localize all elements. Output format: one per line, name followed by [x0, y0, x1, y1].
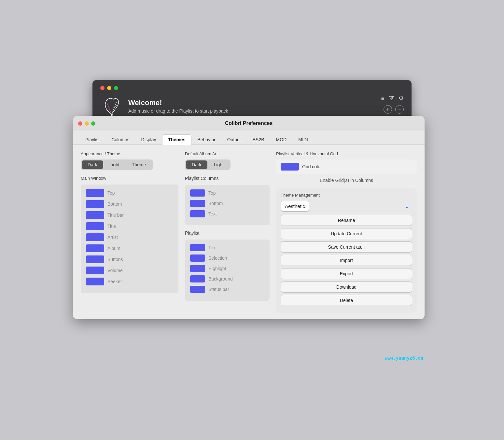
pl-col-label-bottom: Bottom	[208, 201, 223, 206]
color-swatch-buttons[interactable]	[86, 255, 104, 263]
update-current-button[interactable]: Update Current	[281, 228, 412, 239]
player-tl-green[interactable]	[114, 86, 118, 90]
player-left: Welcome! Add music or drag to the Playli…	[100, 95, 228, 117]
download-button[interactable]: Download	[281, 282, 412, 293]
player-title: Welcome!	[128, 99, 228, 107]
color-row-title: Title	[86, 222, 173, 230]
grid-color-row: Grid color	[276, 159, 417, 174]
appearance-theme-button[interactable]: Theme	[126, 160, 152, 169]
preferences-tabs: Playlist Columns Display Themes Behavior…	[73, 131, 425, 145]
prefs-tl-red[interactable]	[78, 121, 82, 126]
chevron-down-icon: ⌄	[405, 203, 410, 210]
pl-row-background: Background	[190, 275, 264, 282]
app-logo	[100, 95, 123, 117]
theme-mgmt-title: Theme Management	[281, 193, 412, 198]
player-traffic-lights	[100, 86, 404, 90]
prefs-tl-green[interactable]	[91, 121, 95, 126]
color-swatch-album[interactable]	[86, 244, 104, 252]
color-swatch-top[interactable]	[86, 189, 104, 197]
tab-mod[interactable]: MOD	[270, 135, 293, 144]
tab-bs2b[interactable]: BS2B	[247, 135, 270, 144]
player-tl-red[interactable]	[100, 86, 105, 90]
color-swatch-artist[interactable]	[86, 233, 104, 241]
tab-themes[interactable]: Themes	[162, 134, 192, 145]
pl-swatch-background[interactable]	[190, 275, 205, 282]
player-plus-minus: + −	[384, 105, 404, 114]
save-current-as-button[interactable]: Save Current as...	[281, 241, 412, 253]
player-tl-yellow[interactable]	[107, 86, 111, 90]
zoom-in-button[interactable]: +	[384, 105, 392, 114]
pl-col-swatch-bottom[interactable]	[190, 200, 205, 207]
pl-col-label-text: Text	[208, 211, 217, 216]
pl-swatch-statusbar[interactable]	[190, 286, 205, 293]
color-swatch-bottom[interactable]	[86, 200, 104, 208]
theme-management-column: Playlist Vertical & Horizontal Grid Grid…	[276, 151, 417, 313]
appearance-light-button[interactable]: Light	[104, 160, 125, 169]
tab-behavior[interactable]: Behavior	[191, 135, 221, 144]
color-label-volume: Volume	[107, 268, 123, 273]
menu-icon[interactable]: ≡	[381, 95, 385, 102]
preferences-title: Colibri Preferences	[225, 120, 273, 126]
color-swatch-titlebar[interactable]	[86, 211, 104, 219]
color-row-artist: Artist	[86, 233, 173, 241]
grid-color-swatch[interactable]	[281, 163, 299, 171]
import-button[interactable]: Import	[281, 255, 412, 266]
pl-row-selection: Selection	[190, 254, 264, 262]
playlist-column: Default Album Art Dark Light Playlist Co…	[185, 151, 270, 313]
tab-playlist[interactable]: Playlist	[79, 135, 105, 144]
prefs-tl-yellow[interactable]	[85, 121, 89, 126]
pl-col-row-top: Top	[190, 189, 264, 197]
player-subtitle: Add music or drag to the Playlist to sta…	[128, 108, 228, 114]
color-label-titlebar: Title bar	[107, 213, 124, 218]
export-button[interactable]: Export	[281, 268, 412, 279]
pl-label-statusbar: Status bar	[208, 287, 229, 292]
enable-grid-label: Enable Grid(s) in Columns	[276, 178, 417, 183]
pl-label-background: Background	[208, 276, 233, 282]
theme-dropdown[interactable]: Aesthetic Dark Light Classic Minimal	[281, 201, 309, 212]
color-swatch-volume[interactable]	[86, 267, 104, 274]
appearance-dark-button[interactable]: Dark	[82, 160, 103, 169]
player-text: Welcome! Add music or drag to the Playli…	[128, 99, 228, 114]
color-swatch-seeker[interactable]	[86, 278, 104, 285]
rename-button[interactable]: Rename	[281, 215, 412, 226]
player-header: Welcome! Add music or drag to the Playli…	[100, 95, 404, 117]
pl-col-label-top: Top	[208, 190, 216, 196]
pl-row-text: Text	[190, 244, 264, 251]
pl-col-swatch-text[interactable]	[190, 210, 205, 217]
album-art-light-button[interactable]: Light	[208, 160, 230, 169]
color-row-seeker: Seeker	[86, 278, 173, 285]
playlist-colors-panel: Text Selection Highlight Background	[185, 240, 270, 301]
pl-row-highlight: Highlight	[190, 265, 264, 272]
pl-swatch-highlight[interactable]	[190, 265, 205, 272]
color-row-bottom: Bottom	[86, 200, 173, 208]
tab-output[interactable]: Output	[221, 135, 247, 144]
playlist-columns-panel: Top Bottom Text	[185, 185, 270, 225]
main-window-colors-panel: Top Bottom Title bar Title	[81, 185, 178, 293]
color-swatch-title[interactable]	[86, 222, 104, 230]
pl-col-row-bottom: Bottom	[190, 200, 264, 207]
appearance-btn-group: Dark Light Theme	[81, 159, 153, 170]
delete-button[interactable]: Delete	[281, 295, 412, 306]
preferences-body: Appearance / Theme Dark Light Theme Main…	[73, 145, 425, 319]
tab-display[interactable]: Display	[135, 135, 162, 144]
tab-midi[interactable]: MIDI	[292, 135, 314, 144]
color-row-titlebar: Title bar	[86, 211, 173, 219]
color-row-volume: Volume	[86, 267, 173, 274]
zoom-out-button[interactable]: −	[395, 105, 404, 114]
color-label-seeker: Seeker	[107, 279, 122, 284]
tab-columns[interactable]: Columns	[105, 135, 135, 144]
theme-dropdown-wrap: Aesthetic Dark Light Classic Minimal ⌄	[281, 201, 412, 212]
settings-icon[interactable]: ⚙	[399, 95, 404, 102]
album-art-dark-button[interactable]: Dark	[186, 160, 207, 169]
equalizer-icon[interactable]: ⧩	[389, 95, 394, 102]
pl-label-text: Text	[208, 245, 217, 250]
prefs-traffic-lights	[78, 121, 95, 126]
pl-swatch-selection[interactable]	[190, 254, 205, 262]
color-row-buttons: Buttons	[86, 255, 173, 263]
watermark: www.yuanyz6.cn	[385, 355, 423, 361]
appearance-section-label: Appearance / Theme	[81, 151, 178, 156]
grid-section-label: Playlist Vertical & Horizontal Grid	[276, 151, 417, 156]
pl-col-swatch-top[interactable]	[190, 189, 205, 197]
color-label-bottom: Bottom	[107, 201, 122, 207]
pl-swatch-text[interactable]	[190, 244, 205, 251]
